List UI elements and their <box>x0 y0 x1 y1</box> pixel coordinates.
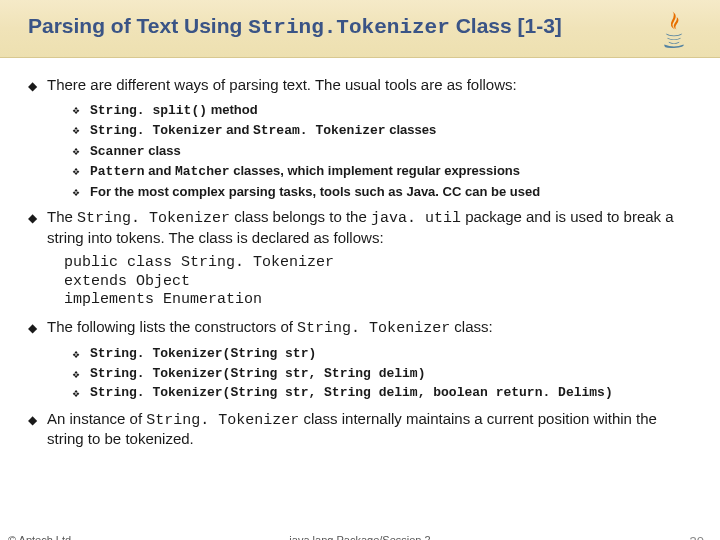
bullet-text: Pattern and Matcher classes, which imple… <box>90 162 692 181</box>
bullet-level2: ❖String. Tokenizer and Stream. Tokenizer… <box>72 121 692 140</box>
code-line: extends Object <box>64 273 692 292</box>
bullet-text: An instance of String. Tokenizer class i… <box>47 410 692 450</box>
bullet-level1: ◆ An instance of String. Tokenizer class… <box>28 410 692 450</box>
bullet-text: Scanner class <box>90 142 692 161</box>
bullet-marker: ◆ <box>28 211 37 248</box>
bullet-text: String. Tokenizer(String str, String del… <box>90 365 692 383</box>
bullet-text: String. Tokenizer(String str, String del… <box>90 384 692 402</box>
bullet-marker: ❖ <box>72 105 80 120</box>
bullet-level2: ❖For the most complex parsing tasks, too… <box>72 183 692 201</box>
footer-session: java.lang Package/Session 2 <box>0 534 720 540</box>
bullet-level1: ◆ The following lists the constructors o… <box>28 318 692 339</box>
bullet-marker: ❖ <box>72 125 80 140</box>
bullet-level2: ❖Pattern and Matcher classes, which impl… <box>72 162 692 181</box>
slide-content: ◆ There are different ways of parsing te… <box>0 58 720 449</box>
sublist-c: ❖String. Tokenizer(String str) ❖String. … <box>72 345 692 402</box>
title-pre: Parsing of Text Using <box>28 14 248 37</box>
slide-header: Parsing of Text Using String.Tokenizer C… <box>0 0 720 58</box>
bullet-level2: ❖String. Tokenizer(String str, String de… <box>72 365 692 383</box>
bullet-text: String. Tokenizer and Stream. Tokenizer … <box>90 121 692 140</box>
bullet-marker: ◆ <box>28 413 37 450</box>
bullet-marker: ❖ <box>72 187 80 201</box>
bullet-level2: ❖String. Tokenizer(String str) <box>72 345 692 363</box>
bullet-marker: ❖ <box>72 349 80 363</box>
page-number: 30 <box>690 534 704 540</box>
bullet-text: The following lists the constructors of … <box>47 318 692 339</box>
code-block: public class String. Tokenizer extends O… <box>64 254 692 310</box>
bullet-marker: ❖ <box>72 146 80 161</box>
title-post: Class [1-3] <box>450 14 562 37</box>
bullet-level2: ❖Scanner class <box>72 142 692 161</box>
bullet-marker: ❖ <box>72 166 80 181</box>
bullet-text: The String. Tokenizer class belongs to t… <box>47 208 692 248</box>
page-title: Parsing of Text Using String.Tokenizer C… <box>28 14 720 39</box>
bullet-level1: ◆ The String. Tokenizer class belongs to… <box>28 208 692 248</box>
bullet-marker: ❖ <box>72 388 80 402</box>
java-logo-icon <box>652 6 696 50</box>
code-line: public class String. Tokenizer <box>64 254 692 273</box>
bullet-level2: ❖String. split() method <box>72 101 692 120</box>
bullet-text: For the most complex parsing tasks, tool… <box>90 183 692 201</box>
bullet-marker: ❖ <box>72 369 80 383</box>
code-line: implements Enumeration <box>64 291 692 310</box>
bullet-level1: ◆ There are different ways of parsing te… <box>28 76 692 95</box>
bullet-text: String. split() method <box>90 101 692 120</box>
bullet-marker: ◆ <box>28 79 37 95</box>
bullet-marker: ◆ <box>28 321 37 339</box>
bullet-text: There are different ways of parsing text… <box>47 76 692 95</box>
bullet-text: String. Tokenizer(String str) <box>90 345 692 363</box>
title-mono: String.Tokenizer <box>248 16 450 39</box>
sublist-a: ❖String. split() method ❖String. Tokeniz… <box>72 101 692 201</box>
bullet-level2: ❖String. Tokenizer(String str, String de… <box>72 384 692 402</box>
